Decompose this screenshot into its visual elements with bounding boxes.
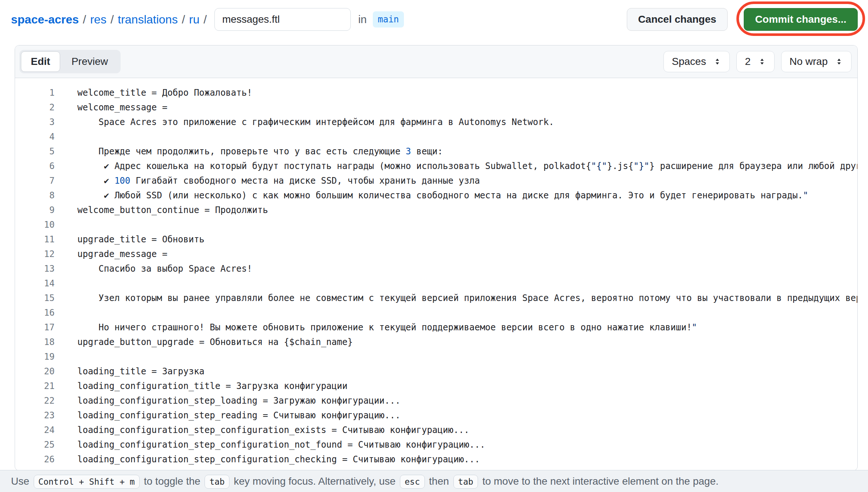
chevron-updown-icon <box>758 58 766 66</box>
chevron-updown-icon <box>713 58 721 66</box>
commit-button-wrap: Commit changes... <box>744 8 858 31</box>
code-lines: welcome_title = Добро Пожаловать!welcome… <box>55 85 857 467</box>
footer-content: Use Control + Shift + m to toggle the ta… <box>11 476 718 487</box>
keyboard-shortcut: esc <box>400 475 425 489</box>
code-line: ✔ Любой SSD (или несколько) с как можно … <box>77 188 857 203</box>
in-label: in <box>358 13 367 26</box>
line-number: 9 <box>15 203 55 217</box>
breadcrumb-separator: / <box>178 13 189 26</box>
code-line: Узел которым вы ранее управляли более не… <box>77 291 857 305</box>
editor-settings: Spaces 2 No wrap <box>663 51 852 72</box>
indent-size-value: 2 <box>745 56 751 67</box>
tab-preview[interactable]: Preview <box>60 51 119 72</box>
keyboard-shortcut: tab <box>205 475 229 489</box>
accessibility-footer: Use Control + Shift + m to toggle the ta… <box>0 470 868 492</box>
line-number: 8 <box>15 188 55 203</box>
cancel-changes-button[interactable]: Cancel changes <box>627 8 728 31</box>
line-number: 22 <box>15 393 55 408</box>
keyboard-shortcut: Control + Shift + m <box>34 475 140 489</box>
breadcrumb-separator: / <box>106 13 118 26</box>
branch-badge[interactable]: main <box>373 11 404 27</box>
line-number: 4 <box>15 129 55 144</box>
code-line: Но ничего страшного! Вы можете обновить … <box>77 320 857 335</box>
code-line: welcome_message = <box>77 100 857 115</box>
code-line: Спасибо за выбор Space Acres! <box>77 261 857 276</box>
line-number: 10 <box>15 217 55 232</box>
code-editor[interactable]: 1234567891011121314151617181920212223242… <box>15 78 857 467</box>
code-line: loading_title = Загрузка <box>77 364 857 379</box>
breadcrumb-separator: / <box>199 13 211 26</box>
code-line: Space Acres это приложение с графическим… <box>77 115 857 129</box>
line-number: 6 <box>15 159 55 173</box>
code-line: loading_configuration_title = Загрузка к… <box>77 379 857 393</box>
wrap-mode-select[interactable]: No wrap <box>781 51 852 72</box>
file-header: space-acres / res / translations / ru / … <box>11 0 858 39</box>
line-number: 1 <box>15 85 55 100</box>
line-number: 26 <box>15 452 55 467</box>
indent-mode-select[interactable]: Spaces <box>663 51 730 72</box>
line-number: 12 <box>15 247 55 261</box>
code-line: Прежде чем продолжить, проверьте что у в… <box>77 144 857 159</box>
edit-preview-tabs: Edit Preview <box>19 50 121 73</box>
line-gutter: 1234567891011121314151617181920212223242… <box>15 85 55 467</box>
line-number: 13 <box>15 261 55 276</box>
file-editor: Edit Preview Spaces 2 No wrap <box>15 45 858 471</box>
line-number: 24 <box>15 423 55 437</box>
line-number: 5 <box>15 144 55 159</box>
line-number: 23 <box>15 408 55 423</box>
line-number: 21 <box>15 379 55 393</box>
indent-mode-value: Spaces <box>672 56 706 67</box>
code-line: loading_configuration_step_configuration… <box>77 423 857 437</box>
keyboard-shortcut: tab <box>453 475 478 489</box>
breadcrumb-translations-link[interactable]: translations <box>118 13 178 26</box>
line-number: 15 <box>15 291 55 305</box>
indent-size-select[interactable]: 2 <box>736 51 775 72</box>
line-number: 18 <box>15 335 55 349</box>
code-line: upgrade_button_upgrade = Обновиться на {… <box>77 335 857 349</box>
code-line: loading_configuration_step_configuration… <box>77 437 857 452</box>
code-line <box>77 276 857 291</box>
line-number: 7 <box>15 173 55 188</box>
code-line: loading_configuration_step_loading = Заг… <box>77 393 857 408</box>
line-number: 3 <box>15 115 55 129</box>
code-line: ✔ Адрес кошелька на который будут поступ… <box>77 159 857 173</box>
line-number: 17 <box>15 320 55 335</box>
code-line: loading_configuration_step_configuration… <box>77 452 857 467</box>
line-number: 16 <box>15 305 55 320</box>
line-number: 11 <box>15 232 55 247</box>
code-line: ✔ 100 Гигабайт свободного места на диске… <box>77 173 857 188</box>
breadcrumb: space-acres / res / translations / ru / <box>11 13 211 26</box>
breadcrumb-separator: / <box>79 13 90 26</box>
page: space-acres / res / translations / ru / … <box>0 0 868 492</box>
code-line: upgrade_message = <box>77 247 857 261</box>
filename-input[interactable] <box>214 8 351 31</box>
chevron-updown-icon <box>835 58 843 66</box>
code-line <box>77 129 857 144</box>
line-number: 25 <box>15 437 55 452</box>
commit-changes-button[interactable]: Commit changes... <box>744 8 858 31</box>
line-number: 20 <box>15 364 55 379</box>
wrap-mode-value: No wrap <box>790 56 828 67</box>
code-line: upgrade_title = Обновить <box>77 232 857 247</box>
line-number: 2 <box>15 100 55 115</box>
code-line: welcome_title = Добро Пожаловать! <box>77 85 857 100</box>
code-line: loading_configuration_step_reading = Счи… <box>77 408 857 423</box>
tab-edit[interactable]: Edit <box>21 51 60 72</box>
code-line <box>77 349 857 364</box>
code-line <box>77 217 857 232</box>
breadcrumb-ru-link[interactable]: ru <box>189 13 199 26</box>
editor-toolbar: Edit Preview Spaces 2 No wrap <box>15 45 857 78</box>
breadcrumb-res-link[interactable]: res <box>90 13 106 26</box>
line-number: 19 <box>15 349 55 364</box>
code-line: welcome_button_continue = Продолжить <box>77 203 857 217</box>
line-number: 14 <box>15 276 55 291</box>
breadcrumb-repo-link[interactable]: space-acres <box>11 13 79 26</box>
code-line <box>77 305 857 320</box>
